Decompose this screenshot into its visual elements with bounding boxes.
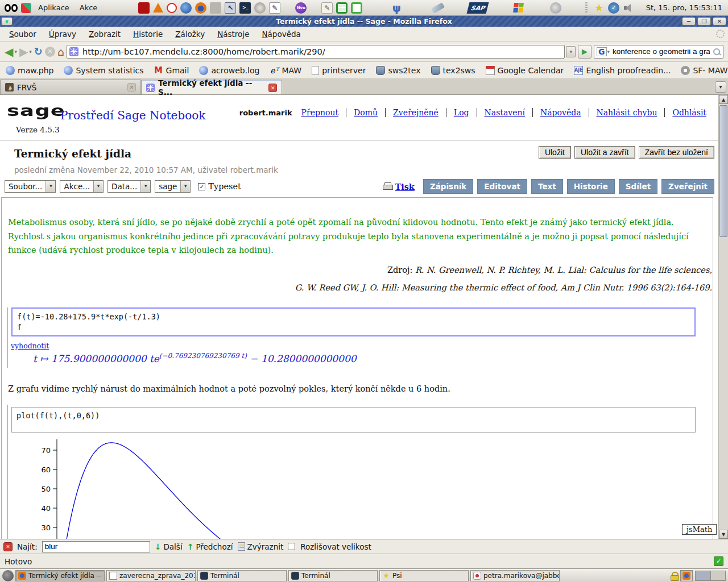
input-cell-1[interactable]: f(t)=-10.28+175.9*t*exp(-t/1.3) f <box>11 307 696 336</box>
scroll-up-icon[interactable]: ▲ <box>719 95 728 104</box>
opera-launcher-icon[interactable] <box>167 3 177 13</box>
google-engine-icon[interactable]: G <box>597 47 607 56</box>
nav-nastaveni[interactable]: Nastavení <box>485 108 525 117</box>
bookmark-maw[interactable]: eᵀMAW <box>270 66 301 75</box>
save-button[interactable]: Uložit <box>539 146 571 159</box>
nvu-launcher-icon[interactable]: Nvu <box>295 2 307 14</box>
menu-soubor[interactable]: Soubor <box>3 27 42 41</box>
workspace-switcher[interactable] <box>695 571 726 581</box>
reload-button[interactable]: ↻ <box>34 45 43 57</box>
clock[interactable]: St, 15. pro, 15:53:11 <box>646 3 723 12</box>
actions-menu[interactable]: Akce <box>76 2 101 13</box>
task-jabber[interactable]: petra.marikova@jabber. <box>470 570 560 581</box>
task-firefox[interactable]: Termický efekt jídla -- S <box>15 570 105 581</box>
find-input[interactable] <box>42 541 150 552</box>
psi-launcher-icon[interactable]: ψ <box>391 2 402 14</box>
menu-nastroje[interactable]: Nástroje <box>212 27 255 41</box>
restore-button[interactable]: ❐ <box>697 17 711 26</box>
home-button[interactable]: ⌂ <box>57 45 64 58</box>
volume-tray-icon[interactable] <box>623 3 633 13</box>
share-button[interactable]: Sdílet <box>619 179 657 194</box>
search-icon[interactable] <box>713 48 721 56</box>
minimize-button[interactable]: − <box>682 17 696 26</box>
task-terminal-2[interactable]: Terminál <box>288 570 378 581</box>
worksheet-title[interactable]: Termický efekt jídla <box>14 148 131 160</box>
publish-button[interactable]: Zveřejnit <box>661 179 714 194</box>
bookmark-sws2tex[interactable]: sws2tex <box>376 66 420 75</box>
terminal-launcher-icon[interactable]: >_ <box>239 2 251 14</box>
match-case-option[interactable]: Rozlišovat velikost <box>288 542 371 551</box>
tab-frvs[interactable]: FRVŠ ✕ <box>0 80 141 94</box>
forward-button[interactable]: ▶ <box>19 46 28 57</box>
data-select[interactable]: Data...▾ <box>107 180 151 193</box>
list-all-tabs-button[interactable]: ▾ <box>715 81 726 93</box>
text-button[interactable]: Text <box>531 179 563 194</box>
notebook-button[interactable]: Zápisník <box>423 179 473 194</box>
find-next-button[interactable]: ↓Další <box>155 542 183 551</box>
scroll-down-icon[interactable]: ▼ <box>719 530 728 539</box>
menu-zobrazit[interactable]: Zobrazit <box>83 27 126 41</box>
thunderbird-launcher-icon[interactable] <box>180 2 192 14</box>
update-check-tray-icon[interactable]: ✓ <box>608 2 619 14</box>
nav-log[interactable]: Log <box>454 108 469 117</box>
history-button[interactable]: Historie <box>567 179 615 194</box>
go-button[interactable]: ▶ <box>578 45 592 59</box>
nav-nahlasit-chybu[interactable]: Nahlásit chybu <box>597 108 657 117</box>
forward-dropdown[interactable]: ▾ <box>29 49 32 55</box>
extension-status-icon[interactable]: ✓ <box>714 556 723 566</box>
bookmark-maw-php[interactable]: maw.php <box>6 66 53 75</box>
signature-launcher-icon[interactable]: ✎ <box>269 2 280 14</box>
archive-launcher-icon[interactable] <box>210 2 221 14</box>
vlc-launcher-icon[interactable] <box>153 3 163 13</box>
web-search-input[interactable] <box>611 47 711 56</box>
bookmark-printserver[interactable]: printserver <box>312 66 366 75</box>
find-prev-button[interactable]: ↑Předchozí <box>187 542 233 551</box>
back-dropdown[interactable]: ▾ <box>14 49 17 55</box>
gnu-launcher-icon[interactable] <box>254 2 266 14</box>
bookmark-system-statistics[interactable]: System statistics <box>64 66 143 75</box>
bookmark-acroweb-log[interactable]: acroweb.log <box>199 66 259 75</box>
windows-launcher-icon[interactable] <box>513 3 524 13</box>
url-history-dropdown[interactable]: ▾ <box>566 46 576 57</box>
firefox-launcher-icon[interactable] <box>195 2 206 14</box>
task-terminal-1[interactable]: Terminál <box>197 570 287 581</box>
menu-upravy[interactable]: Úpravy <box>43 27 82 41</box>
taskbar-applet-icon[interactable] <box>2 570 14 581</box>
bookmark-tex2sws[interactable]: tex2sws <box>431 66 475 75</box>
padlock-icon[interactable] <box>671 572 678 580</box>
menu-historie[interactable]: Historie <box>127 27 168 41</box>
print-link[interactable]: Tisk <box>395 182 415 192</box>
firefox-tray-button[interactable] <box>680 570 693 581</box>
nav-odhlasit[interactable]: Odhlásit <box>672 108 706 117</box>
bookmark-gmail[interactable]: MGmail <box>154 66 189 75</box>
bookmark-google-calendar[interactable]: Google Calendar <box>486 66 564 75</box>
nav-napoveda[interactable]: Nápověda <box>540 108 581 117</box>
notes-launcher-icon[interactable]: ✎ <box>321 2 333 14</box>
highlight-button[interactable]: Zvýraznit <box>238 542 284 551</box>
task-document[interactable]: zaverecna_zprava_2010 <box>106 570 196 581</box>
action-select[interactable]: Akce...▾ <box>60 180 104 193</box>
close-button[interactable]: ✕ <box>713 17 726 26</box>
eyes-applet-icon[interactable] <box>5 4 18 12</box>
bookmark-english-proofreading[interactable]: AJEEnglish proofreadin... <box>574 66 671 75</box>
tab-close-icon[interactable]: ✕ <box>268 84 277 92</box>
url-input[interactable] <box>81 47 562 57</box>
system-select[interactable]: sage▾ <box>155 180 191 193</box>
acrobat-launcher-icon[interactable] <box>138 2 150 14</box>
task-psi[interactable]: ★Psi <box>379 570 469 581</box>
tab-termicky-efekt[interactable]: Termický efekt jídla -- S... ✕ <box>141 80 282 94</box>
findbar-close-icon[interactable]: ✕ <box>3 542 13 551</box>
input-cell-2[interactable]: plot(f(t),(t,0,6)) <box>11 407 696 433</box>
nav-domu[interactable]: Domů <box>354 108 378 117</box>
menu-napoveda[interactable]: Nápověda <box>256 27 306 41</box>
spreadsheet-launcher-icon[interactable] <box>351 2 362 14</box>
typeset-checkbox[interactable]: ✓ <box>198 183 205 190</box>
gnumeric-launcher-icon[interactable] <box>336 2 348 14</box>
save-and-close-button[interactable]: Uložit a zavřít <box>574 146 635 159</box>
jsmath-button[interactable]: jsMath <box>682 524 717 535</box>
discard-and-close-button[interactable]: Zavřít bez uložení <box>639 146 714 159</box>
usb-stick-icon[interactable] <box>431 2 445 14</box>
tab-close-icon[interactable]: ✕ <box>127 83 136 92</box>
vertical-scrollbar[interactable]: ▲ ▼ <box>718 95 728 539</box>
evaluate-link[interactable]: vyhodnotit <box>11 342 49 350</box>
